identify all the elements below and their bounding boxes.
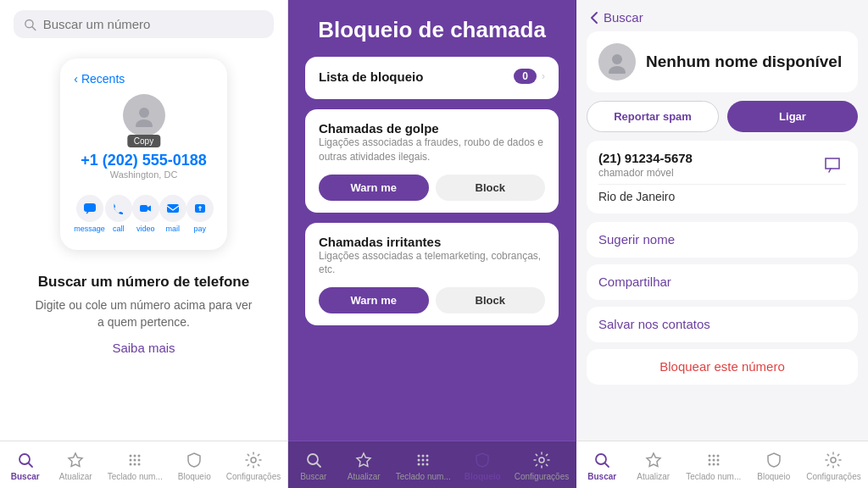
- shield-nav-icon: [184, 450, 204, 470]
- panel2-bottom-nav: Buscar Atualizar: [288, 441, 576, 488]
- lista-arrow-icon: ›: [542, 70, 545, 82]
- action-call[interactable]: call: [105, 195, 132, 233]
- suggest-name-card[interactable]: Sugerir nome: [587, 222, 858, 258]
- block-button-1[interactable]: Block: [436, 175, 546, 201]
- svg-point-42: [708, 463, 710, 466]
- svg-point-33: [609, 66, 626, 74]
- contact-phone-number: (21) 91234-5678: [598, 151, 693, 165]
- chamadas-golpe-title: Chamadas de golpe: [319, 121, 545, 136]
- nav-label-atualizar-3: Atualizar: [637, 472, 670, 481]
- svg-point-16: [130, 463, 132, 466]
- share-card[interactable]: Compartilhar: [587, 264, 858, 300]
- nav-config-2[interactable]: Configurações: [515, 450, 569, 481]
- bloqueio-panel: Bloqueio de chamada Lista de bloqueio 0 …: [288, 0, 576, 488]
- copy-badge[interactable]: Copy: [127, 135, 160, 147]
- svg-point-25: [418, 459, 420, 462]
- nav-bloqueio-3[interactable]: Bloqueio: [755, 450, 793, 481]
- nav-label-atualizar-2: Atualizar: [348, 472, 381, 481]
- svg-point-22: [418, 455, 420, 458]
- nav-label-atualizar-1: Atualizar: [59, 472, 92, 481]
- chat-icon-button[interactable]: [819, 152, 846, 179]
- keypad-nav-icon-3: [704, 450, 724, 470]
- save-contact-link: Salvar nos contatos: [598, 317, 710, 331]
- chamadas-irritantes-desc: Ligações associadas a telemarketing, cob…: [319, 249, 545, 278]
- chamadas-irritantes-title: Chamadas irritantes: [319, 235, 545, 249]
- warn-me-button-2[interactable]: Warn me: [319, 287, 429, 313]
- svg-point-34: [596, 454, 606, 464]
- nav-teclado-1[interactable]: Teclado num...: [108, 450, 163, 481]
- svg-point-3: [136, 119, 153, 127]
- lista-count-badge: 0: [514, 69, 537, 84]
- warn-me-button-1[interactable]: Warn me: [319, 175, 429, 201]
- search-nav-icon: [15, 450, 36, 470]
- svg-point-15: [138, 459, 141, 462]
- svg-point-32: [612, 54, 622, 64]
- action-message[interactable]: message: [74, 195, 105, 233]
- nav-bloqueio-1[interactable]: Bloqueio: [175, 450, 213, 481]
- nav-label-config-1: Configurações: [226, 472, 281, 481]
- call-button[interactable]: Ligar: [727, 101, 858, 132]
- report-spam-button[interactable]: Reportar spam: [587, 101, 719, 132]
- contact-action-buttons: Reportar spam Ligar: [587, 101, 858, 132]
- lista-bloqueio-card[interactable]: Lista de bloqueio 0 ›: [305, 57, 559, 99]
- shield-nav-icon-3: [764, 450, 784, 470]
- svg-point-40: [712, 459, 715, 462]
- svg-rect-5: [140, 205, 147, 212]
- nav-label-teclado-3: Teclado num...: [686, 472, 741, 481]
- contact-location: Rio de Janeiro: [598, 184, 846, 203]
- svg-point-26: [422, 459, 425, 462]
- save-contact-card[interactable]: Salvar nos contatos: [587, 307, 858, 342]
- contact-avatar: [123, 94, 165, 136]
- action-video[interactable]: video: [132, 195, 159, 233]
- search-icon: [24, 18, 36, 31]
- chevron-left-icon: [590, 11, 598, 25]
- nav-label-config-3: Configurações: [806, 472, 860, 481]
- search-nav-icon-3: [592, 450, 612, 470]
- panel1-title: Buscar um número de telefone: [38, 274, 249, 291]
- svg-rect-4: [84, 203, 96, 212]
- nav-config-1[interactable]: Configurações: [226, 450, 281, 481]
- star-nav-icon: [65, 450, 86, 470]
- block-number-card[interactable]: Bloquear este número: [587, 349, 858, 385]
- panel1-bottom-nav: Buscar Atualizar: [0, 441, 287, 488]
- contact-avatar-large: [598, 43, 636, 80]
- panel3-bottom-nav: Buscar Atualizar: [576, 441, 868, 488]
- svg-point-38: [716, 455, 719, 458]
- svg-point-44: [716, 463, 719, 466]
- nav-teclado-3[interactable]: Teclado num...: [686, 450, 741, 481]
- svg-point-10: [130, 455, 132, 458]
- recents-label: Recents: [81, 72, 125, 86]
- svg-line-21: [317, 463, 320, 467]
- svg-point-13: [130, 459, 132, 462]
- nav-buscar-2[interactable]: Buscar: [295, 450, 332, 481]
- gear-nav-icon-3: [823, 450, 843, 470]
- action-pay[interactable]: pay: [186, 195, 214, 233]
- block-button-2[interactable]: Block: [436, 287, 546, 313]
- svg-point-24: [426, 455, 429, 458]
- svg-point-41: [716, 459, 719, 462]
- nav-buscar-1[interactable]: Buscar: [7, 450, 44, 481]
- action-icons-row: message call video: [74, 188, 214, 236]
- nav-buscar-3[interactable]: Buscar: [583, 450, 620, 481]
- nav-config-3[interactable]: Configurações: [806, 450, 860, 481]
- panel1-main: Buscar um número de telefone Digite ou c…: [14, 260, 274, 441]
- nav-label-bloqueio-2: Bloqueio: [465, 472, 501, 481]
- nav-atualizar-2[interactable]: Atualizar: [345, 450, 382, 481]
- svg-point-28: [418, 463, 420, 466]
- search-input[interactable]: [43, 17, 264, 31]
- back-button[interactable]: Buscar: [590, 10, 643, 25]
- action-mail[interactable]: mail: [159, 195, 186, 233]
- svg-line-35: [605, 463, 609, 467]
- nav-atualizar-3[interactable]: Atualizar: [635, 450, 672, 481]
- nav-atualizar-1[interactable]: Atualizar: [57, 450, 94, 481]
- search-bar[interactable]: [14, 10, 274, 38]
- saiba-mais-link[interactable]: Saiba mais: [112, 341, 175, 355]
- nav-label-buscar-2: Buscar: [300, 472, 326, 481]
- contact-info-card: Nenhum nome disponível: [587, 31, 858, 92]
- nav-bloqueio-2[interactable]: Bloqueio: [464, 450, 501, 481]
- svg-point-18: [138, 463, 141, 466]
- gear-nav-icon-2: [531, 450, 552, 470]
- nav-teclado-2[interactable]: Teclado num...: [396, 450, 451, 481]
- search-panel: ‹ Recents Copy +1 (202) 555-0188 Washing…: [0, 0, 288, 488]
- gear-nav-icon-1: [243, 450, 264, 470]
